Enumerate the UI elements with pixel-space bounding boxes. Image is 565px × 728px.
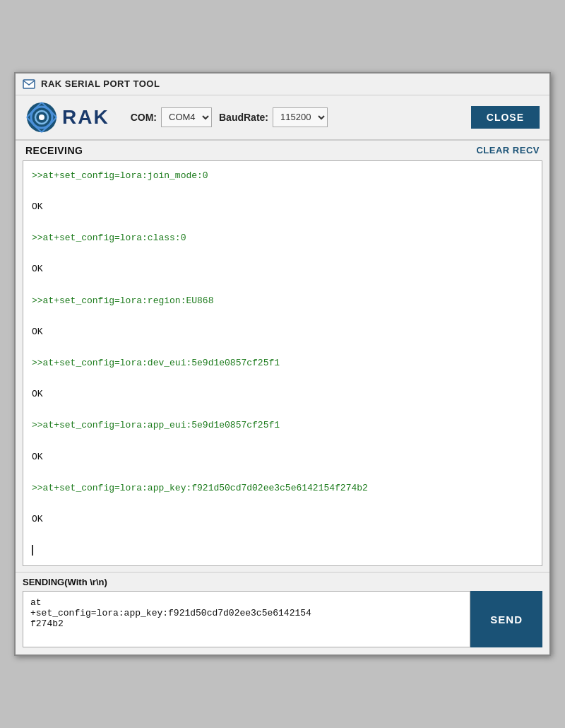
title-text: RAK SERIAL PORT TOOL xyxy=(41,78,160,89)
com-select[interactable]: COM4 COM1 COM2 COM3 COM5 xyxy=(161,107,212,127)
rak-logo: RAK xyxy=(25,101,109,134)
clear-recv-button[interactable]: CLEAR RECV xyxy=(476,145,540,155)
com-group: COM: COM4 COM1 COM2 COM3 COM5 xyxy=(131,107,212,127)
send-button[interactable]: SEND xyxy=(470,591,542,647)
toolbar: RAK COM: COM4 COM1 COM2 COM3 COM5 BaudRa… xyxy=(16,95,549,141)
rak-logo-icon xyxy=(25,101,58,134)
receiving-label: RECEIVING xyxy=(25,145,83,156)
baud-select[interactable]: 115200 9600 19200 38400 57600 xyxy=(273,107,328,127)
main-content: RECEIVING CLEAR RECV >>at+set_config=lor… xyxy=(16,141,549,654)
svg-rect-0 xyxy=(23,80,35,88)
title-bar: RAK SERIAL PORT TOOL xyxy=(16,74,549,95)
close-button[interactable]: CLOSE xyxy=(471,106,540,129)
sending-label: SENDING(With \r\n) xyxy=(23,577,542,587)
svg-point-4 xyxy=(39,115,44,120)
com-label: COM: xyxy=(131,112,157,123)
sending-row: SEND xyxy=(23,591,542,647)
receiving-header: RECEIVING CLEAR RECV xyxy=(16,141,549,159)
main-window: RAK SERIAL PORT TOOL RAK COM: COM4 COM1 … xyxy=(14,72,551,656)
sending-input[interactable] xyxy=(23,591,470,647)
sending-section: SENDING(With \r\n) SEND xyxy=(16,572,549,654)
baud-group: BaudRate: 115200 9600 19200 38400 57600 xyxy=(219,107,328,127)
baud-label: BaudRate: xyxy=(219,112,268,123)
terminal-output: >>at+set_config=lora:join_mode:0OK>>at+s… xyxy=(23,160,542,566)
title-icon xyxy=(23,78,35,90)
rak-logo-text: RAK xyxy=(62,106,109,129)
